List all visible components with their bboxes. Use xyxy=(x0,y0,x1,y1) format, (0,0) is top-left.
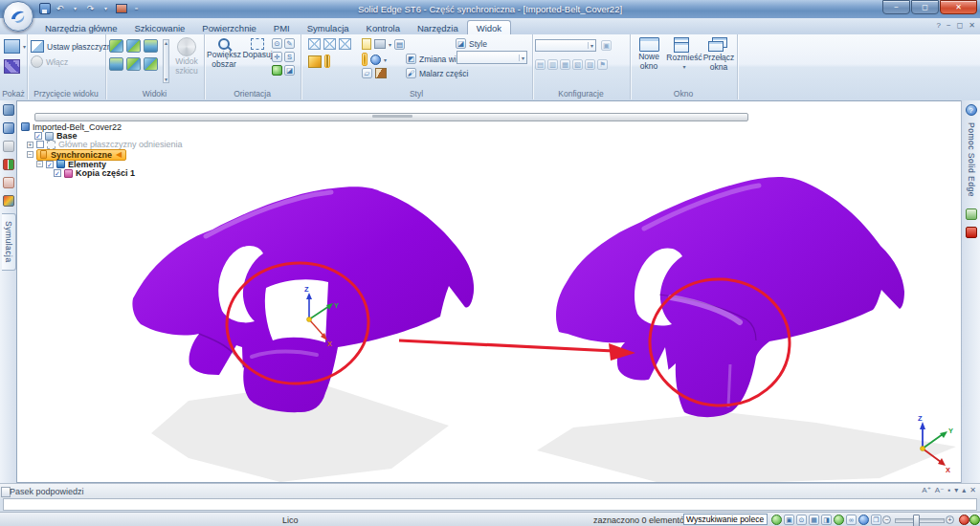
views-scrollbar[interactable]: ▲ ▼ xyxy=(163,39,169,83)
tree-item-part-copy[interactable]: ✓ Kopia części 1 xyxy=(54,169,183,178)
planes-checkbox[interactable] xyxy=(36,141,44,148)
zoom-slider-track[interactable] xyxy=(895,518,945,523)
ustaw-plaszczyzny-button[interactable]: Ustaw płaszczyzny xyxy=(31,40,116,53)
show-all-button[interactable] xyxy=(4,59,20,74)
shaded-with-edges-selected[interactable] xyxy=(324,55,330,68)
shaded-style-icon[interactable] xyxy=(308,55,322,68)
application-button[interactable] xyxy=(3,1,33,32)
select-tool-button[interactable] xyxy=(115,2,127,14)
prompt-close-icon[interactable]: ✕ xyxy=(969,486,976,494)
config-apply-icon[interactable]: ▣ xyxy=(601,40,612,51)
simulation-tab[interactable]: Symulacja xyxy=(2,213,16,271)
styl-dropdown-2[interactable]: ▾ xyxy=(384,56,387,63)
move-down-icon[interactable]: ▾ xyxy=(954,486,958,494)
maximize-button[interactable]: ◻ xyxy=(911,0,939,14)
view-front-icon[interactable] xyxy=(126,39,141,53)
dopasuj-button[interactable]: Dopasuj xyxy=(244,38,271,60)
planes-expand-box[interactable]: + xyxy=(27,142,33,148)
look-at-face-icon[interactable] xyxy=(272,65,282,76)
help-icon[interactable]: ? xyxy=(966,104,977,116)
link-status-icon[interactable]: ∞ xyxy=(846,515,857,525)
view-top-icon[interactable] xyxy=(109,57,123,71)
config-rename-icon[interactable]: ▨ xyxy=(585,59,595,70)
wireframe-style-icon[interactable] xyxy=(308,38,321,50)
tab-symulacja[interactable]: Symulacja xyxy=(299,21,358,34)
model-right-after[interactable] xyxy=(556,177,904,417)
tab-powierzchnie[interactable]: Powierzchnie xyxy=(193,21,265,34)
sync-expand-box[interactable]: − xyxy=(27,151,33,158)
previous-view-icon[interactable]: ◨ xyxy=(821,515,832,525)
hidden-edges-style-icon[interactable] xyxy=(339,38,351,50)
config-save-icon[interactable]: ▤ xyxy=(535,59,546,70)
widok-szkicu-button[interactable]: Widok szkicu xyxy=(172,37,201,76)
wlacz-button[interactable]: Włącz xyxy=(31,55,68,68)
layers-panel-icon[interactable] xyxy=(3,141,14,152)
config-flag-icon[interactable]: ⚑ xyxy=(597,59,608,70)
tree-item-reference-planes[interactable]: + Główne płaszczyzny odniesienia xyxy=(27,141,183,149)
status-red-indicator[interactable] xyxy=(959,515,969,525)
video-icon[interactable] xyxy=(966,227,977,238)
help-tab[interactable]: Pomoc Solid Edge xyxy=(962,122,980,197)
tab-narzedzia[interactable]: Narzędzia xyxy=(409,21,467,34)
tree-item-elements[interactable]: − ✓ Elementy xyxy=(36,160,183,168)
common-views-icon[interactable]: ◪ xyxy=(284,65,295,76)
tree-item-synchronous[interactable]: − Synchroniczne ◀ xyxy=(27,149,183,160)
shelf-icon[interactable]: ▤ xyxy=(394,39,405,50)
model-left-before[interactable] xyxy=(132,186,474,412)
sketch-plane-icon[interactable]: ✎ xyxy=(284,38,295,49)
configurations-combobox[interactable]: ▾ xyxy=(535,39,596,52)
zoom-icon[interactable]: ⊙ xyxy=(272,38,282,49)
tab-pmi[interactable]: PMI xyxy=(265,21,299,34)
elements-expand-box[interactable]: − xyxy=(36,161,43,167)
zoom-out-button[interactable]: − xyxy=(882,515,891,524)
font-decrease-button[interactable]: A⁻ xyxy=(935,486,945,494)
status-green-indicator[interactable] xyxy=(969,515,980,525)
elements-checkbox[interactable]: ✓ xyxy=(46,161,54,168)
tree-item-root[interactable]: Imported-Belt_Cover22 xyxy=(21,122,183,131)
texture-icon[interactable] xyxy=(362,38,371,50)
views-scroll-down-icon[interactable]: ▼ xyxy=(164,77,168,82)
rozmiesc-button[interactable]: Rozmieść ▾ xyxy=(668,37,701,70)
zoom-in-button[interactable]: + xyxy=(946,515,954,524)
refresh-view-icon[interactable] xyxy=(834,515,844,525)
tab-widok[interactable]: Widok xyxy=(467,20,511,34)
select-mode-icon[interactable] xyxy=(771,515,782,525)
pan-icon[interactable]: ✛ xyxy=(272,52,282,62)
visible-edges-style-icon[interactable] xyxy=(323,38,336,50)
view-right-icon[interactable] xyxy=(144,39,158,53)
config-combo-arrow[interactable]: ▾ xyxy=(588,42,595,49)
show-hide-button[interactable]: ▾ xyxy=(4,39,26,54)
font-increase-button[interactable]: A⁺ xyxy=(922,486,931,494)
doc-minimize-button[interactable]: − xyxy=(947,21,951,30)
style-combo-arrow[interactable]: ▾ xyxy=(519,55,526,61)
simulation-results-icon[interactable] xyxy=(3,195,14,207)
styl-dropdown-1[interactable]: ▾ xyxy=(389,41,391,48)
minimize-button[interactable]: − xyxy=(882,0,910,14)
zoom-area-status-icon[interactable]: ▣ xyxy=(784,515,794,525)
zoom-slider-thumb[interactable] xyxy=(913,515,920,526)
undo-dropdown[interactable]: ▾ xyxy=(69,2,81,14)
malarz-czesci-button[interactable]: 🖌 Malarz części xyxy=(406,68,468,78)
library-panel-icon[interactable] xyxy=(3,177,14,188)
fit-status-icon[interactable]: ▦ xyxy=(809,515,819,525)
part-copy-checkbox[interactable]: ✓ xyxy=(54,169,61,177)
collapse-back-icon[interactable]: ◀ xyxy=(116,150,122,159)
views-scroll-up-icon[interactable]: ▲ xyxy=(164,40,168,46)
nowe-okno-button[interactable]: Nowe okno xyxy=(634,37,664,71)
view-trimetric-icon[interactable] xyxy=(144,57,158,71)
learning-icon[interactable] xyxy=(966,208,977,220)
sun-selected[interactable] xyxy=(362,53,368,66)
shading-status-icon[interactable] xyxy=(858,515,869,525)
brush-icon[interactable] xyxy=(375,68,387,78)
przelacz-okna-button[interactable]: Przełącz okna xyxy=(702,37,735,72)
view-dimetric-icon[interactable] xyxy=(126,57,141,71)
config-update-icon[interactable]: ▦ xyxy=(560,59,570,70)
doc-restore-button[interactable]: ◻ xyxy=(957,21,964,30)
doc-close-button[interactable]: ✕ xyxy=(969,21,975,30)
move-up-icon[interactable]: ▴ xyxy=(962,486,966,494)
style-combobox[interactable]: ▾ xyxy=(457,51,527,64)
save-button[interactable] xyxy=(38,2,51,14)
pin-icon[interactable]: ▪ xyxy=(947,486,950,494)
sketch-pencil-icon[interactable] xyxy=(3,122,14,134)
qat-customize-button[interactable]: = xyxy=(130,2,143,14)
